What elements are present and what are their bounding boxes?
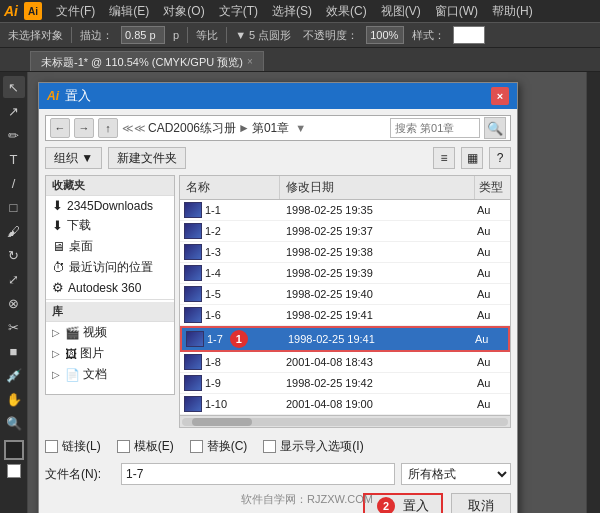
menu-effect[interactable]: 效果(C)	[320, 0, 373, 22]
library-docs[interactable]: ▷ 📄 文档	[46, 364, 174, 385]
file-list-area: 收藏夹 ⬇ 2345Downloads ⬇ 下载 🖥 桌	[45, 175, 511, 428]
menu-help[interactable]: 帮助(H)	[486, 0, 539, 22]
nav-forward-button[interactable]: →	[74, 118, 94, 138]
file-name-7: 1-7	[207, 333, 223, 345]
grid-view-button[interactable]: ▦	[461, 147, 483, 169]
checkbox-show-options-box[interactable]	[263, 440, 276, 453]
fav-item-recent[interactable]: ⏱ 最近访问的位置	[46, 257, 174, 278]
zoom-tool[interactable]: 🔍	[3, 412, 25, 434]
menu-file[interactable]: 文件(F)	[50, 0, 101, 22]
rotate-tool[interactable]: ↻	[3, 244, 25, 266]
fav-item-desktop[interactable]: 🖥 桌面	[46, 236, 174, 257]
menu-object[interactable]: 对象(O)	[157, 0, 210, 22]
new-folder-button[interactable]: 新建文件夹	[108, 147, 186, 169]
rect-tool[interactable]: □	[3, 196, 25, 218]
tree-expand-icon: ▷	[52, 327, 62, 338]
nav-dropdown-icon[interactable]: ▼	[295, 122, 306, 134]
file-row-2[interactable]: 1-2 1998-02-25 19:37 Au	[180, 221, 510, 242]
file-row-8[interactable]: 1-8 2001-04-08 18:43 Au	[180, 352, 510, 373]
place-button[interactable]: 2 置入	[363, 493, 443, 513]
menu-edit[interactable]: 编辑(E)	[103, 0, 155, 22]
filename-label: 文件名(N):	[45, 466, 115, 483]
nav-back-button[interactable]: ←	[50, 118, 70, 138]
opacity-input[interactable]	[366, 26, 404, 44]
cancel-button[interactable]: 取消	[451, 493, 511, 513]
line-tool[interactable]: /	[3, 172, 25, 194]
col-name-header: 名称	[180, 176, 280, 199]
file-row-4[interactable]: 1-4 1998-02-25 19:39 Au	[180, 263, 510, 284]
scale-tool[interactable]: ⤢	[3, 268, 25, 290]
file-row-7[interactable]: 1-7 1 1998-02-25 19:41 Au	[180, 326, 510, 352]
gradient-tool[interactable]: ■	[3, 340, 25, 362]
checkbox-link-box[interactable]	[45, 440, 58, 453]
file-row-3[interactable]: 1-3 1998-02-25 19:38 Au	[180, 242, 510, 263]
nav-path-part2[interactable]: 第01章	[252, 120, 289, 137]
brush-tool[interactable]: 🖌	[3, 220, 25, 242]
file-type-2: Au	[475, 223, 510, 239]
library-video[interactable]: ▷ 🎬 视频	[46, 322, 174, 343]
nav-path-part1[interactable]: CAD2006练习册	[148, 120, 236, 137]
file-thumb-8	[184, 354, 202, 370]
fav-item-autodesk[interactable]: ⚙ Autodesk 360	[46, 278, 174, 297]
type-tool[interactable]: T	[3, 148, 25, 170]
direct-select-tool[interactable]: ↗	[3, 100, 25, 122]
eyedropper-tool[interactable]: 💉	[3, 364, 25, 386]
horizontal-scrollbar[interactable]	[180, 415, 510, 427]
app-logo: Ai	[4, 3, 18, 19]
fav-item-download[interactable]: ⬇ 下载	[46, 215, 174, 236]
scissors-tool[interactable]: ✂	[3, 316, 25, 338]
stroke-input[interactable]	[121, 26, 165, 44]
main-area: ↖ ↗ ✏ T / □ 🖌 ↻ ⤢ ⊗ ✂ ■ 💉 ✋ 🔍 Ai 置入	[0, 72, 600, 513]
blend-tool[interactable]: ⊗	[3, 292, 25, 314]
document-tab[interactable]: 未标题-1* @ 110.54% (CMYK/GPU 预览) ×	[30, 51, 264, 71]
file-cell-name-7: 1-7 1	[182, 328, 282, 350]
file-thumb-7	[186, 331, 204, 347]
file-row-1[interactable]: 1-1 1998-02-25 19:35 Au	[180, 200, 510, 221]
menu-text[interactable]: 文字(T)	[213, 0, 264, 22]
scrollbar-thumb[interactable]	[192, 418, 252, 426]
file-row-6[interactable]: 1-6 1998-02-25 19:41 Au	[180, 305, 510, 326]
checkbox-template[interactable]: 模板(E)	[117, 438, 174, 455]
file-row-9[interactable]: 1-9 1998-02-25 19:42 Au	[180, 373, 510, 394]
checkbox-replace[interactable]: 替换(C)	[190, 438, 248, 455]
list-view-button[interactable]: ≡	[433, 147, 455, 169]
file-row-10[interactable]: 1-10 2001-04-08 19:00 Au	[180, 394, 510, 415]
file-table: 名称 修改日期 类型 1-1	[179, 175, 511, 428]
nav-search-button[interactable]: 🔍	[484, 117, 506, 139]
help-button[interactable]: ?	[489, 147, 511, 169]
menu-select[interactable]: 选择(S)	[266, 0, 318, 22]
file-type-4: Au	[475, 265, 510, 281]
menu-view[interactable]: 视图(V)	[375, 0, 427, 22]
file-name-1: 1-1	[205, 204, 221, 216]
nav-search-input[interactable]	[390, 118, 480, 138]
format-select[interactable]: 所有格式	[401, 463, 511, 485]
hand-tool[interactable]: ✋	[3, 388, 25, 410]
stroke-color[interactable]	[7, 464, 21, 478]
file-table-body: 1-1 1998-02-25 19:35 Au 1-2	[180, 200, 510, 415]
nav-up-button[interactable]: ↑	[98, 118, 118, 138]
filename-input[interactable]	[121, 463, 395, 485]
checkbox-replace-box[interactable]	[190, 440, 203, 453]
selection-indicator: 未选择对象	[4, 24, 67, 46]
badge-2: 2	[377, 497, 395, 513]
fav-downloads-icon: ⬇	[52, 198, 63, 213]
menu-window[interactable]: 窗口(W)	[429, 0, 484, 22]
dialog-close-button[interactable]: ×	[491, 87, 509, 105]
menu-items[interactable]: 文件(F) 编辑(E) 对象(O) 文字(T) 选择(S) 效果(C) 视图(V…	[50, 0, 539, 22]
organize-button[interactable]: 组织 ▼	[45, 147, 102, 169]
col-date-header: 修改日期	[280, 176, 475, 199]
library-pictures[interactable]: ▷ 🖼 图片	[46, 343, 174, 364]
file-thumb-5	[184, 286, 202, 302]
checkbox-template-box[interactable]	[117, 440, 130, 453]
checkbox-show-options[interactable]: 显示导入选项(I)	[263, 438, 363, 455]
tab-close-icon[interactable]: ×	[247, 55, 253, 69]
fav-item-downloads[interactable]: ⬇ 2345Downloads	[46, 196, 174, 215]
fill-color[interactable]	[4, 440, 24, 460]
select-tool[interactable]: ↖	[3, 76, 25, 98]
pen-tool[interactable]: ✏	[3, 124, 25, 146]
file-type-9: Au	[475, 375, 510, 391]
file-date-6: 1998-02-25 19:41	[280, 307, 475, 323]
file-row-5[interactable]: 1-5 1998-02-25 19:40 Au	[180, 284, 510, 305]
file-table-header: 名称 修改日期 类型	[180, 176, 510, 200]
checkbox-link[interactable]: 链接(L)	[45, 438, 101, 455]
